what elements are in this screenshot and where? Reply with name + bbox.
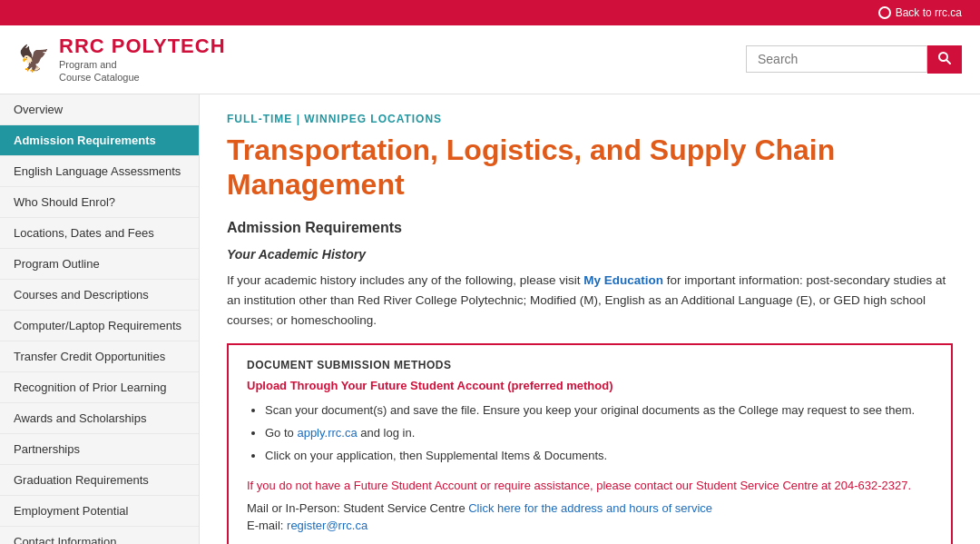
logo-text: RRC POLYTECH Program and Course Catalogu… <box>59 35 226 84</box>
sidebar-item-awards[interactable]: Awards and Scholarships <box>0 403 199 434</box>
doc-bullet-2: Go to apply.rrc.ca and log in. <box>265 424 933 443</box>
sidebar-item-transfer[interactable]: Transfer Credit Opportunities <box>0 341 199 372</box>
svg-line-1 <box>946 60 950 64</box>
sidebar-item-employment[interactable]: Employment Potential <box>0 496 199 527</box>
logo-sub: Program and Course Catalogue <box>59 58 226 84</box>
logo-polytech: POLYTECH <box>105 35 226 57</box>
apply-rrc-link[interactable]: apply.rrc.ca <box>297 426 357 440</box>
sidebar-item-overview[interactable]: Overview <box>0 94 199 125</box>
doc-box-list: Scan your document(s) and save the file.… <box>247 401 933 465</box>
rrc-logo-icon: 🦅 <box>18 46 50 72</box>
doc-box-email: E-mail: register@rrc.ca <box>247 519 933 532</box>
header: 🦅 RRC POLYTECH Program and Course Catalo… <box>0 25 980 94</box>
document-submission-box: DOCUMENT SUBMISSION METHODS Upload Throu… <box>227 343 953 544</box>
sidebar-item-computer[interactable]: Computer/Laptop Requirements <box>0 311 199 341</box>
globe-icon <box>878 6 891 19</box>
sidebar-item-admission[interactable]: Admission Requirements <box>0 125 199 156</box>
doc-box-mail: Mail or In-Person: Student Service Centr… <box>247 501 933 515</box>
sidebar-item-english[interactable]: English Language Assessments <box>0 156 199 187</box>
doc-bullet-3: Click on your application, then Suppleme… <box>265 447 933 466</box>
content-subtitle: FULL-TIME | WINNIPEG LOCATIONS <box>227 113 953 125</box>
register-email-link[interactable]: register@rrc.ca <box>287 519 368 532</box>
search-button[interactable] <box>927 45 962 74</box>
logo-rrc-red: RRC <box>59 35 105 57</box>
sidebar-item-outline[interactable]: Program Outline <box>0 249 199 280</box>
sidebar-item-who-enrol[interactable]: Who Should Enrol? <box>0 187 199 218</box>
search-area <box>746 45 962 74</box>
italic-heading: Your Academic History <box>227 247 953 262</box>
doc-box-note: If you do not have a Future Student Acco… <box>247 477 933 495</box>
main-layout: Overview Admission Requirements English … <box>0 94 980 544</box>
logo-area: 🦅 RRC POLYTECH Program and Course Catalo… <box>18 35 226 84</box>
content-area: FULL-TIME | WINNIPEG LOCATIONS Transport… <box>200 94 980 544</box>
academic-history-para: If your academic history includes any of… <box>227 271 953 330</box>
doc-box-title: DOCUMENT SUBMISSION METHODS <box>247 359 933 371</box>
sidebar: Overview Admission Requirements English … <box>0 94 200 544</box>
sidebar-item-partnerships[interactable]: Partnerships <box>0 434 199 465</box>
doc-bullet-1: Scan your document(s) and save the file.… <box>265 401 933 420</box>
back-link-text: Back to rrc.ca <box>896 6 962 19</box>
sidebar-item-locations[interactable]: Locations, Dates and Fees <box>0 218 199 249</box>
top-bar: Back to rrc.ca <box>0 0 980 25</box>
search-icon <box>938 52 951 64</box>
logo-rrc: RRC POLYTECH <box>59 35 226 58</box>
sidebar-item-courses[interactable]: Courses and Descriptions <box>0 280 199 311</box>
my-education-link[interactable]: My Education <box>583 273 663 287</box>
sidebar-item-contact[interactable]: Contact Information <box>0 527 199 544</box>
upload-link[interactable]: Upload Through Your Future Student Accou… <box>247 379 933 392</box>
sidebar-item-recognition[interactable]: Recognition of Prior Learning <box>0 372 199 403</box>
content-title: Transportation, Logistics, and Supply Ch… <box>227 133 953 203</box>
back-to-rrc-link[interactable]: Back to rrc.ca <box>878 6 962 19</box>
click-here-address-link[interactable]: Click here for the address and hours of … <box>468 501 712 515</box>
section-heading: Admission Requirements <box>227 220 953 236</box>
search-input[interactable] <box>746 45 927 73</box>
sidebar-item-graduation[interactable]: Graduation Requirements <box>0 465 199 496</box>
